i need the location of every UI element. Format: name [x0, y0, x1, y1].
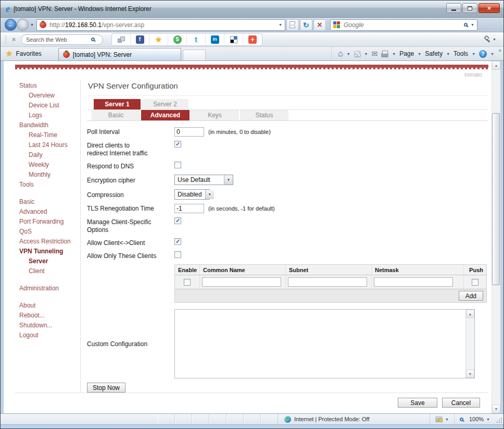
stop-button[interactable]: ×	[313, 19, 326, 31]
toolbar-options-button[interactable]: ▼	[483, 36, 498, 43]
sidebar-item-status[interactable]: Status	[19, 81, 80, 91]
sidebar-item-administration[interactable]: Administration	[19, 284, 80, 293]
poll-interval-input[interactable]	[174, 127, 204, 137]
help-dropdown-icon[interactable]: ▼	[490, 52, 494, 56]
address-field[interactable]: http://192.168.50.1/vpn-server.asp ▼	[36, 19, 285, 31]
client-to-client-checkbox[interactable]: ✓	[174, 238, 181, 245]
feeds-icon[interactable]	[354, 51, 361, 57]
facebook-button[interactable]: f	[131, 34, 149, 45]
sidebar-item-weekly[interactable]: Weekly	[19, 160, 80, 170]
row-push-checkbox[interactable]	[472, 279, 478, 286]
subnet-input[interactable]	[288, 277, 367, 287]
minimize-button[interactable]	[446, 3, 461, 13]
addthis-button[interactable]: +	[243, 34, 262, 45]
restore-button[interactable]	[462, 3, 477, 13]
save-button[interactable]: Save	[398, 398, 437, 408]
sidebar-item-tools[interactable]: Tools	[19, 180, 80, 190]
help-icon[interactable]: ?	[479, 50, 487, 58]
tls-renegotiation-input[interactable]	[174, 204, 204, 213]
recent-pages-dropdown[interactable]: ▼	[30, 23, 34, 27]
print-icon[interactable]	[381, 53, 388, 57]
stumbleupon-button[interactable]: S	[168, 34, 187, 45]
page-menu-dropdown-icon[interactable]: ▼	[418, 52, 421, 56]
search-web-icon[interactable]	[91, 38, 95, 41]
sidebar-item-advanced[interactable]: Advanced	[19, 207, 80, 217]
close-button[interactable]: ×	[478, 3, 500, 13]
share-button[interactable]	[112, 34, 131, 45]
address-dropdown[interactable]: ▼	[276, 20, 285, 30]
redirect-traffic-checkbox[interactable]: ✓	[174, 141, 181, 148]
favorites-button[interactable]: ★ Favorites	[6, 49, 49, 58]
forward-button[interactable]: →	[17, 19, 29, 31]
manage-client-options-checkbox[interactable]: ✓	[174, 217, 181, 224]
sidebar-item-logs[interactable]: Logs	[19, 111, 80, 120]
compatibility-view-button[interactable]	[286, 19, 299, 31]
search-web-input[interactable]: Search the Web	[21, 34, 103, 45]
sidebar-item-about[interactable]: About	[19, 301, 80, 311]
sidebar-item-shutdown[interactable]: Shutdown...	[19, 321, 80, 330]
custom-config-textarea[interactable]: ▲ ▼	[174, 309, 475, 378]
back-button[interactable]: ←	[5, 19, 17, 31]
mail-icon[interactable]: ✉	[372, 50, 378, 57]
delicious-button[interactable]	[224, 34, 243, 45]
toolbar-close-icon[interactable]: ×	[12, 36, 16, 43]
sidebar-item-qos[interactable]: QoS	[19, 227, 80, 237]
resize-grip[interactable]	[497, 418, 502, 423]
textarea-scrollbar[interactable]: ▲ ▼	[465, 310, 474, 378]
new-tab-button[interactable]	[183, 50, 206, 60]
scroll-up-icon[interactable]: ▲	[492, 61, 500, 70]
sidebar-item-client[interactable]: Client	[19, 266, 80, 276]
sidebar-item-bandwidth[interactable]: Bandwidth	[19, 120, 80, 130]
search-engine-box[interactable]: Google ▼	[330, 19, 477, 31]
sidebar-item-port-forwarding[interactable]: Port Forwarding	[19, 217, 80, 227]
row-enable-checkbox[interactable]	[184, 279, 191, 286]
search-icon[interactable]	[464, 23, 468, 27]
sidebar-item-device-list[interactable]: Device List	[19, 101, 80, 111]
feeds-dropdown-icon[interactable]: ▼	[364, 52, 368, 56]
favorites-star-button[interactable]: ★	[149, 34, 168, 45]
sidebar-item-logout[interactable]: Logout	[19, 330, 80, 340]
common-name-input[interactable]	[202, 277, 281, 287]
tab-keys[interactable]: Keys	[191, 110, 239, 120]
overflow-chevron-icon[interactable]: »	[498, 47, 501, 53]
netmask-input[interactable]	[374, 277, 453, 287]
zoom-control[interactable]: 100% ▼	[454, 414, 503, 424]
sidebar-item-access-restriction[interactable]: Access Restriction	[19, 237, 80, 247]
sidebar-item-server[interactable]: Server	[19, 256, 80, 266]
privacy-report-button[interactable]: ▼	[430, 414, 454, 424]
refresh-button[interactable]: ↻	[300, 19, 312, 31]
sidebar-item-real-time[interactable]: Real-Time	[19, 130, 80, 140]
scrollbar-thumb[interactable]	[492, 113, 500, 285]
linkedin-button[interactable]: in	[206, 34, 224, 45]
tab-server-1[interactable]: Server 1	[94, 99, 141, 109]
add-client-button[interactable]: Add	[459, 291, 483, 301]
safety-menu[interactable]: Safety	[425, 50, 443, 57]
browser-tab[interactable]: [tomato] VPN: Server	[58, 48, 181, 60]
scroll-down-icon[interactable]: ▼	[466, 370, 474, 378]
home-icon[interactable]: ⌂	[338, 50, 343, 58]
search-options-dropdown[interactable]: ▼	[471, 23, 474, 27]
respond-dns-checkbox[interactable]	[174, 162, 181, 168]
cancel-button[interactable]: Cancel	[442, 398, 480, 408]
tab-basic[interactable]: Basic	[92, 110, 140, 120]
home-dropdown-icon[interactable]: ▼	[347, 52, 350, 56]
print-dropdown-icon[interactable]: ▼	[392, 52, 396, 56]
scroll-up-icon[interactable]: ▲	[466, 310, 474, 318]
twitter-button[interactable]: t	[187, 34, 206, 45]
sidebar-item-last-24-hours[interactable]: Last 24 Hours	[19, 140, 80, 150]
tools-menu-dropdown-icon[interactable]: ▼	[472, 52, 475, 56]
safety-menu-dropdown-icon[interactable]: ▼	[446, 52, 450, 56]
sidebar-item-basic[interactable]: Basic	[19, 197, 80, 207]
sidebar-item-reboot[interactable]: Reboot...	[19, 311, 80, 321]
sidebar-item-vpn-tunneling[interactable]: VPN Tunneling	[19, 247, 80, 256]
tab-server-2[interactable]: Server 2	[142, 99, 188, 109]
scroll-down-icon[interactable]: ▼	[492, 405, 500, 413]
sidebar-item-monthly[interactable]: Monthly	[19, 170, 80, 180]
toolbar-grip[interactable]	[6, 35, 7, 44]
tools-menu[interactable]: Tools	[453, 50, 468, 57]
page-menu[interactable]: Page	[399, 50, 414, 57]
tab-status[interactable]: Status	[240, 110, 288, 120]
sidebar-item-overview[interactable]: Overview	[19, 91, 80, 101]
allow-only-clients-checkbox[interactable]	[174, 251, 181, 258]
stop-now-button[interactable]: Stop Now	[87, 383, 125, 393]
